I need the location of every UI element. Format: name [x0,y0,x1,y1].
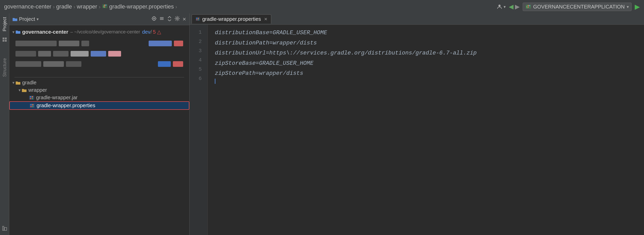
tree-row-label: gradle-wrapper.properties [37,103,95,109]
svg-rect-8 [528,5,529,6]
left-sidebar-tabs: Project Structure [0,13,9,235]
code-text: distributionBase=GRADLE_USER_HOME [215,28,327,38]
changes-badge: 5 △ [153,29,161,35]
tree-row-properties[interactable]: gradle-wrapper.properties [9,101,189,110]
sidebar-tab-project-label: Project [2,17,7,31]
svg-rect-30 [30,98,31,99]
panel-action-target[interactable] [151,16,157,22]
code-line-4: zipStoreBase=GRADLE_USER_HOME [214,58,644,69]
ph-blue-block [91,51,106,57]
code-text: zipStoreBase=GRADLE_USER_HOME [215,58,313,69]
breadcrumb-item-gradle[interactable]: gradle [56,3,72,10]
svg-rect-34 [32,104,33,105]
ph-block [66,61,81,67]
collapsed-files-section [9,37,189,76]
svg-rect-15 [3,226,4,230]
sidebar-tab-project[interactable]: Project [0,13,9,35]
svg-rect-3 [105,5,106,6]
svg-rect-33 [30,104,32,105]
panel-action-close[interactable]: ✕ [182,16,186,22]
sidebar-tab-structure[interactable]: Structure [0,55,9,80]
line-numbers: 1 2 3 4 5 6 [190,25,208,235]
breadcrumb-file-label[interactable]: gradle-wrapper.properties [109,3,174,10]
svg-rect-35 [30,106,32,107]
svg-rect-38 [196,18,197,19]
run-config-button[interactable]: G GOVERNANCECENTERAPPLICATION ▾ [523,3,632,11]
sidebar-tab-icon-2[interactable] [0,224,9,233]
ph-red-block [173,61,183,67]
editor-tabs: gradle-wrapper.properties ✕ [190,13,644,25]
project-panel-title[interactable]: Project ▾ [12,16,39,22]
ph-block [15,51,36,57]
svg-rect-16 [4,228,7,230]
svg-point-18 [154,18,155,19]
code-line-3: distributionUrl=https\://services.gradle… [214,48,644,58]
svg-rect-28 [30,96,31,97]
tree-row-jar[interactable]: gradle-wrapper.jar [9,94,189,101]
svg-rect-11 [3,38,4,39]
editor-area: gradle-wrapper.properties ✕ 1 2 3 4 5 6 … [190,13,644,235]
svg-rect-36 [32,106,33,107]
nav-arrows: ◀ ▶ [509,3,520,10]
code-content[interactable]: distributionBase=GRADLE_USER_HOME distri… [208,25,644,235]
project-panel-dropdown-icon: ▾ [37,17,39,22]
line-number-4: 4 [190,56,205,65]
svg-rect-10 [528,7,529,8]
svg-rect-40 [196,19,197,20]
svg-point-26 [176,18,178,19]
editor-tab-label: gradle-wrapper.properties [202,16,261,22]
user-button[interactable]: ▾ [496,4,506,10]
line-number-2: 2 [190,37,205,46]
breadcrumb-item-project[interactable]: governance-center [4,3,51,10]
nav-back-button[interactable]: ◀ [509,3,513,10]
svg-rect-12 [5,38,7,39]
nav-forward-button[interactable]: ▶ [515,3,520,10]
ph-block [81,41,89,46]
ph-blue-block [158,61,171,67]
placeholder-row-2 [15,51,183,57]
top-bar: governance-center › gradle › wrapper › G… [0,0,644,13]
line-number-1: 1 [190,28,205,37]
root-name: governance-center [22,29,68,35]
tab-close-button[interactable]: ✕ [264,17,267,22]
file-tree: ▾ governance-center – ~/vcolco/dev/gover… [9,25,189,235]
run-button[interactable]: ▶ [635,3,640,11]
top-bar-right: ▾ ◀ ▶ G GOVERNANCECENTERAPPLICATION ▾ ▶ [496,3,640,11]
tree-row-wrapper[interactable]: ▾ wrapper [9,86,189,94]
tree-row-label: gradle-wrapper.jar [36,95,78,101]
code-line-6 [214,79,644,84]
editor-tab-properties[interactable]: gradle-wrapper.properties ✕ [192,14,271,24]
tree-expand-arrow: ▾ [12,80,14,85]
svg-rect-41 [198,19,199,20]
svg-rect-29 [32,96,33,97]
placeholder-row-3 [15,61,183,67]
breadcrumb-sep-1: › [53,4,55,10]
code-line-5: zipStorePath=wrapper/dists [214,68,644,79]
code-editor[interactable]: 1 2 3 4 5 6 distributionBase=GRADLE_USER… [190,25,644,235]
breadcrumb-item-wrapper[interactable]: wrapper [77,3,97,10]
svg-rect-39 [198,18,199,19]
panel-action-expand[interactable] [167,16,172,22]
code-line-2: distributionPath=wrapper/dists [214,38,644,48]
svg-point-17 [152,17,156,20]
ph-block [59,41,79,46]
tree-row-gradle[interactable]: ▾ gradle [9,79,189,86]
line-number-6: 6 [190,74,205,83]
root-entry[interactable]: ▾ governance-center – ~/vcolco/dev/gover… [9,27,189,37]
svg-rect-14 [5,40,7,42]
project-panel-title-label: Project [19,16,35,22]
project-panel-actions: ✕ [151,16,186,22]
code-text: distributionUrl=https\://services.gradle… [215,48,477,58]
tree-row-label: wrapper [28,87,47,93]
tree-row-label: gradle [22,80,37,86]
main-layout: Project Structure [0,13,644,235]
svg-point-5 [498,5,501,7]
panel-action-collapse[interactable] [159,16,164,22]
panel-action-settings[interactable] [175,16,180,22]
ph-block [53,51,69,57]
breadcrumb-sep-2: › [73,4,75,10]
sidebar-tab-icon-1[interactable] [0,35,9,44]
line-number-3: 3 [190,46,205,56]
code-line-1: distributionBase=GRADLE_USER_HOME [214,28,644,38]
breadcrumb-sep-3: › [99,4,100,10]
